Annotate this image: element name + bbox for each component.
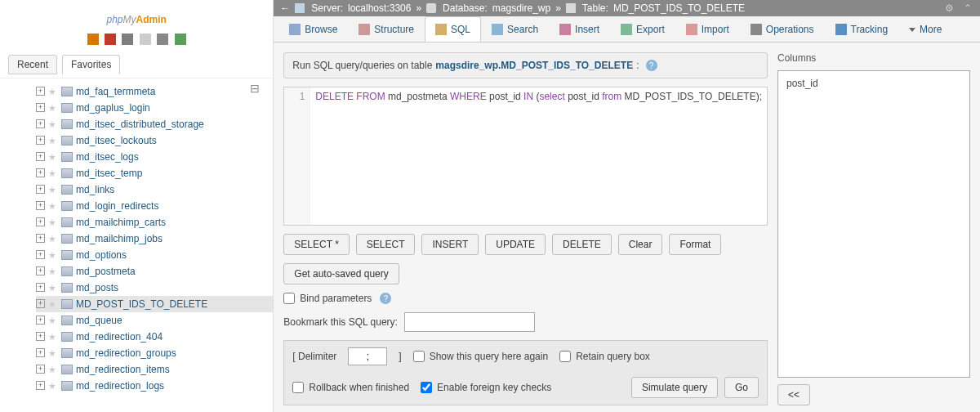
tree-item[interactable]: +★md_mailchimp_carts — [36, 214, 273, 231]
sql-editor[interactable]: 1 DELETE FROM md_postmeta WHERE post_id … — [283, 87, 768, 226]
expand-icon[interactable]: + — [36, 266, 45, 275]
favorite-icon[interactable]: ★ — [48, 283, 58, 293]
favorite-icon[interactable]: ★ — [48, 365, 58, 374]
expand-icon[interactable]: + — [36, 381, 45, 390]
tree-item[interactable]: +★md_redirection_logs — [36, 378, 273, 394]
expand-icon[interactable]: + — [36, 168, 45, 177]
expand-icon[interactable]: + — [36, 87, 45, 96]
tab-export[interactable]: Export — [610, 16, 675, 42]
select-button[interactable]: SELECT — [356, 234, 416, 255]
tree-item[interactable]: +★md_itsec_logs — [36, 149, 273, 165]
bc-table[interactable]: MD_POST_IDS_TO_DELETE — [613, 2, 745, 14]
collapse-panel-icon[interactable]: ⊟ — [250, 82, 260, 95]
expand-icon[interactable]: + — [36, 332, 45, 341]
logo[interactable]: phpMyAdmin — [0, 0, 273, 29]
bookmark-input[interactable] — [404, 312, 535, 332]
settings-icon[interactable] — [157, 34, 168, 45]
update-button[interactable]: UPDATE — [485, 234, 546, 255]
rollback-checkbox[interactable] — [292, 382, 304, 393]
tab-structure[interactable]: Structure — [348, 16, 425, 42]
tab-operations[interactable]: Operations — [740, 16, 825, 42]
retain-checkbox[interactable] — [559, 351, 571, 362]
delimiter-input[interactable] — [348, 347, 387, 365]
tree-item[interactable]: +★md_redirection_groups — [36, 345, 273, 361]
go-button[interactable]: Go — [724, 377, 759, 398]
tree-item[interactable]: +★md_faq_termmeta — [36, 83, 273, 100]
nav-sql-icon[interactable] — [140, 34, 151, 45]
show-again-checkbox[interactable] — [413, 351, 425, 362]
favorite-icon[interactable]: ★ — [48, 299, 58, 309]
tree-item[interactable]: +★md_options — [36, 247, 273, 263]
expand-icon[interactable]: + — [36, 152, 45, 161]
editor-code[interactable]: DELETE FROM md_postmeta WHERE post_id IN… — [310, 87, 767, 225]
favorite-icon[interactable]: ★ — [48, 332, 58, 342]
fk-checkbox[interactable] — [421, 382, 432, 393]
expand-icon[interactable]: + — [36, 201, 45, 210]
tab-browse[interactable]: Browse — [278, 16, 348, 42]
favorite-icon[interactable]: ★ — [48, 250, 58, 260]
tab-search[interactable]: Search — [481, 16, 549, 42]
favorite-icon[interactable]: ★ — [48, 217, 58, 227]
tree-item[interactable]: +★md_mailchimp_jobs — [36, 231, 273, 247]
reload-icon[interactable] — [175, 34, 186, 45]
favorite-icon[interactable]: ★ — [48, 152, 58, 162]
expand-icon[interactable]: + — [36, 119, 45, 128]
tree-item[interactable]: +★md_itsec_lockouts — [36, 132, 273, 149]
tab-import[interactable]: Import — [675, 16, 740, 42]
favorite-icon[interactable]: ★ — [48, 119, 58, 129]
simulate-query-button[interactable]: Simulate query — [631, 377, 718, 398]
favorite-icon[interactable]: ★ — [48, 316, 58, 325]
favorite-icon[interactable]: ★ — [48, 234, 58, 244]
expand-icon[interactable]: + — [36, 250, 45, 259]
autosaved-query-button[interactable]: Get auto-saved query — [283, 263, 399, 284]
home-icon[interactable] — [87, 34, 99, 45]
bc-db[interactable]: magsdire_wp — [492, 2, 550, 14]
page-up-icon[interactable]: ⌃ — [964, 2, 972, 14]
tree-item[interactable]: +★md_redirection_404 — [36, 329, 273, 345]
tab-tracking[interactable]: Tracking — [825, 16, 899, 42]
expand-icon[interactable]: + — [36, 136, 45, 145]
tab-more[interactable]: More — [898, 16, 952, 42]
expand-icon[interactable]: + — [36, 103, 45, 112]
favorite-icon[interactable]: ★ — [48, 87, 58, 96]
select-star-button[interactable]: SELECT * — [283, 234, 349, 255]
favorite-icon[interactable]: ★ — [48, 103, 58, 113]
tree-item[interactable]: +★md_redirection_items — [36, 361, 273, 378]
favorite-icon[interactable]: ★ — [48, 136, 58, 146]
tab-recent[interactable]: Recent — [8, 55, 57, 74]
tree-item[interactable]: +★md_queue — [36, 312, 273, 329]
tree-item[interactable]: +★md_postmeta — [36, 263, 273, 280]
expand-icon[interactable]: + — [36, 217, 45, 226]
tab-insert[interactable]: Insert — [549, 16, 610, 42]
collapse-left-icon[interactable]: ← — [280, 2, 290, 14]
expand-icon[interactable]: + — [36, 316, 45, 325]
bc-server[interactable]: localhost:3306 — [348, 2, 411, 14]
delete-button[interactable]: DELETE — [552, 234, 612, 255]
expand-icon[interactable]: + — [36, 365, 45, 374]
expand-icon[interactable]: + — [36, 185, 45, 194]
expand-icon[interactable]: + — [36, 283, 45, 292]
favorite-icon[interactable]: ★ — [48, 381, 58, 391]
favorite-icon[interactable]: ★ — [48, 168, 58, 178]
clear-button[interactable]: Clear — [618, 234, 663, 255]
tree-item[interactable]: +★md_posts — [36, 280, 273, 296]
tree-item[interactable]: +★md_itsec_temp — [36, 165, 273, 181]
tree-item[interactable]: +★md_links — [36, 181, 273, 198]
insert-button[interactable]: INSERT — [421, 234, 479, 255]
tree-item[interactable]: +★md_itsec_distributed_storage — [36, 116, 273, 132]
expand-icon[interactable]: + — [36, 299, 45, 308]
tab-favorites[interactable]: Favorites — [62, 55, 120, 74]
tree-item[interactable]: +★md_login_redirects — [36, 198, 273, 214]
columns-listbox[interactable]: post_id — [777, 70, 970, 378]
tree-item[interactable]: +★MD_POST_IDS_TO_DELETE — [36, 296, 273, 312]
favorite-icon[interactable]: ★ — [48, 201, 58, 211]
favorite-icon[interactable]: ★ — [48, 348, 58, 358]
page-settings-icon[interactable]: ⚙ — [945, 2, 954, 14]
tree-item[interactable]: +★md_gaplus_login — [36, 100, 273, 116]
format-button[interactable]: Format — [669, 234, 721, 255]
query-target-link[interactable]: magsdire_wp.MD_POST_IDS_TO_DELETE — [435, 60, 633, 71]
favorite-icon[interactable]: ★ — [48, 266, 58, 276]
tab-sql[interactable]: SQL — [425, 16, 481, 42]
column-item[interactable]: post_id — [783, 76, 964, 91]
help-icon[interactable]: ? — [380, 293, 391, 304]
